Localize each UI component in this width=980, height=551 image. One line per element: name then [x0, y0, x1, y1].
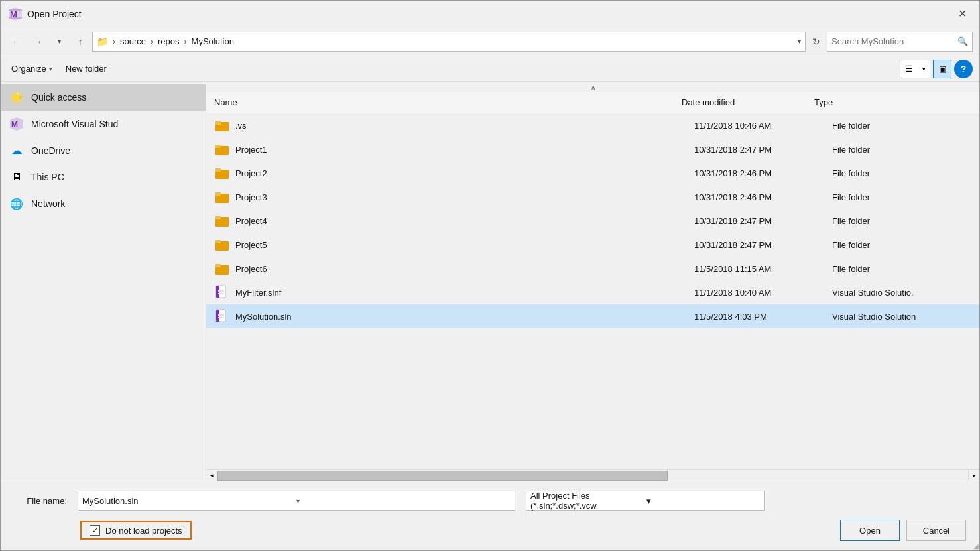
file-type-project3: File folder [832, 192, 971, 202]
address-crumb-mysolution[interactable]: MySolution [192, 36, 234, 46]
file-date-project1: 10/31/2018 2:47 PM [694, 145, 827, 154]
file-type-vs: File folder [832, 121, 971, 131]
do-not-load-checkbox[interactable]: ✓ [90, 525, 100, 536]
this-pc-label: This PC [31, 172, 64, 182]
view-controls: ☰ ▾ [900, 60, 930, 78]
horizontal-scrollbar[interactable]: ◂ ▸ [206, 469, 979, 481]
back-button[interactable]: ← [7, 32, 26, 51]
sidebar-item-onedrive[interactable]: ☁ OneDrive [1, 137, 206, 164]
svg-rect-21 [215, 264, 221, 267]
vs-logo-icon: M [9, 7, 22, 21]
column-date: Date modified [682, 97, 814, 107]
view-dropdown-button[interactable]: ▾ [918, 60, 930, 78]
search-input[interactable] [831, 36, 955, 46]
filetype-select[interactable]: All Project Files (*.sln;*.dsw;*.vcw ▾ [526, 491, 765, 511]
scroll-thumb[interactable] [217, 471, 668, 481]
file-name-project6: Project6 [235, 264, 689, 274]
svg-rect-13 [215, 168, 221, 172]
file-date-project3: 10/31/2018 2:46 PM [694, 192, 827, 202]
file-row-vs[interactable]: .vs 11/1/2018 10:46 AM File folder [206, 113, 979, 137]
organize-button[interactable]: Organize ▾ [7, 62, 56, 76]
file-type-project2: File folder [832, 168, 971, 178]
file-name-project2: Project2 [235, 168, 689, 178]
vs-icon: M [9, 116, 25, 132]
sidebar-item-this-pc[interactable]: 🖥 This PC [1, 164, 206, 190]
address-crumb-repos[interactable]: repos [158, 36, 180, 46]
file-type-project4: File folder [832, 216, 971, 226]
main-content: ⭐ Quick access M Microsoft Visual Stud ☁… [1, 82, 979, 481]
svg-rect-19 [215, 240, 221, 243]
do-not-load-checkbox-area[interactable]: ✓ Do not load projects [80, 521, 192, 540]
folder-icon-project3 [214, 189, 230, 205]
close-button[interactable]: ✕ [953, 5, 971, 23]
file-date-mysolution: 11/5/2018 4:03 PM [694, 312, 827, 322]
filename-input[interactable]: MySolution.sln ▾ [78, 491, 515, 511]
forward-button[interactable]: → [29, 32, 47, 51]
up-button[interactable]: ↑ [71, 32, 90, 51]
open-project-dialog: M Open Project ✕ ← → ▾ ↑ 📁 › source › re… [0, 0, 980, 551]
view-list-button[interactable]: ☰ [900, 60, 918, 78]
nav-dropdown-button[interactable]: ▾ [50, 32, 68, 51]
folder-icon-project2 [214, 165, 230, 181]
search-icon: 🔍 [957, 36, 968, 46]
new-folder-button[interactable]: New folder [62, 62, 111, 76]
svg-rect-28 [218, 314, 224, 316]
actions-row: ✓ Do not load projects Open Cancel [14, 520, 966, 541]
file-row-project4[interactable]: Project4 10/31/2018 2:47 PM File folder [206, 209, 979, 233]
file-type-mysolution: Visual Studio Solution [832, 312, 971, 322]
folder-icon-project5 [214, 237, 230, 253]
file-type-project1: File folder [832, 145, 971, 154]
scroll-right-button[interactable]: ▸ [968, 470, 979, 481]
filetype-dropdown-arrow[interactable]: ▾ [646, 496, 760, 506]
open-button[interactable]: Open [840, 520, 900, 541]
filename-label: File name: [14, 496, 67, 506]
folder-icon-project6 [214, 261, 230, 276]
title-bar: M Open Project ✕ [1, 1, 979, 27]
file-row-project3[interactable]: Project3 10/31/2018 2:46 PM File folder [206, 185, 979, 209]
resize-handle[interactable]: ◢ [969, 540, 979, 550]
vs-label: Microsoft Visual Stud [31, 119, 118, 129]
folder-icon-project1 [214, 141, 230, 157]
filename-value: MySolution.sln [82, 496, 296, 506]
sidebar-item-network[interactable]: 🌐 Network [1, 190, 206, 217]
new-folder-label: New folder [66, 64, 107, 74]
network-label: Network [31, 198, 65, 209]
bottom-bar: File name: MySolution.sln ▾ All Project … [1, 481, 979, 550]
dialog-title: Open Project [27, 9, 82, 19]
address-crumb-source[interactable]: source [120, 36, 146, 46]
network-icon: 🌐 [9, 196, 25, 212]
file-type-myfilter: Visual Studio Solutio. [832, 288, 971, 298]
cancel-button[interactable]: Cancel [906, 520, 966, 541]
folder-icon-project4 [214, 213, 230, 229]
filename-row: File name: MySolution.sln ▾ All Project … [14, 491, 966, 511]
svg-text:M: M [11, 120, 18, 129]
svg-rect-24 [218, 290, 224, 292]
file-date-vs: 11/1/2018 10:46 AM [694, 121, 827, 131]
address-dropdown-button[interactable]: ▾ [798, 38, 801, 45]
file-row-project5[interactable]: Project5 10/31/2018 2:47 PM File folder [206, 233, 979, 257]
refresh-button[interactable]: ↻ [808, 34, 824, 50]
address-bar[interactable]: 📁 › source › repos › MySolution ▾ [92, 32, 806, 52]
svg-rect-9 [215, 121, 221, 124]
file-list-scroll[interactable]: .vs 11/1/2018 10:46 AM File folder Proje… [206, 113, 979, 469]
file-row-mysolution[interactable]: MySolution.sln 11/5/2018 4:03 PM Visual … [206, 304, 979, 328]
preview-pane-button[interactable]: ▣ [933, 60, 951, 78]
filename-dropdown-arrow[interactable]: ▾ [296, 497, 511, 505]
onedrive-icon: ☁ [9, 143, 25, 158]
file-list-container: ∧ Name Date modified Type .vs 11/1/2018 … [206, 82, 979, 481]
file-row-project6[interactable]: Project6 11/5/2018 11:15 AM File folder [206, 257, 979, 280]
address-separator-1: › [149, 37, 155, 46]
file-row-project2[interactable]: Project2 10/31/2018 2:46 PM File folder [206, 161, 979, 185]
quick-access-icon: ⭐ [9, 90, 25, 105]
scroll-left-button[interactable]: ◂ [206, 470, 217, 481]
file-row-myfilter[interactable]: MyFilter.slnf 11/1/2018 10:40 AM Visual … [206, 280, 979, 304]
file-name-myfilter: MyFilter.slnf [235, 288, 689, 298]
scroll-track[interactable] [217, 470, 968, 481]
vs-file-icon-myfilter [214, 284, 230, 300]
this-pc-icon: 🖥 [9, 169, 25, 185]
help-button[interactable]: ? [954, 60, 973, 78]
sidebar-item-vs[interactable]: M Microsoft Visual Stud [1, 111, 206, 137]
file-date-project5: 10/31/2018 2:47 PM [694, 240, 827, 250]
file-row-project1[interactable]: Project1 10/31/2018 2:47 PM File folder [206, 137, 979, 161]
sidebar-item-quick-access[interactable]: ⭐ Quick access [1, 84, 206, 111]
